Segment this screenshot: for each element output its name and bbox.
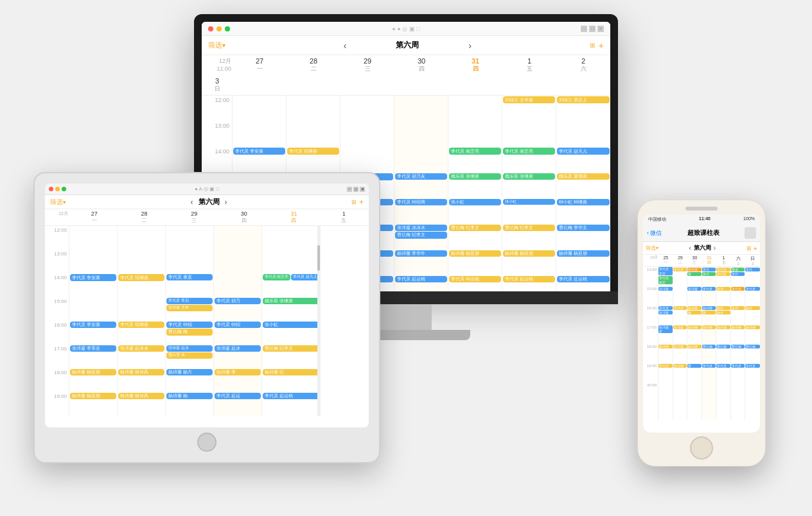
phone: 中国移动 11:40 100% ‹ 微信 超致课柱表 筛选▾ ‹ 第六周 ›: [637, 200, 766, 467]
tablet-screen: ● A ◎ ▣ □ － □ ✕ 筛选 ▾ ‹ 第六周 › ⊞: [45, 184, 369, 427]
tablet: ● A ◎ ▣ □ － □ ✕ 筛选 ▾ ‹ 第六周 › ⊞: [33, 172, 380, 463]
phone-app-title: 超致课柱表: [662, 228, 745, 237]
desktop-cal-header: 筛选 ▾ ‹ 第六周 › ⊞ +: [202, 36, 610, 55]
phone-time: 11:40: [699, 216, 710, 223]
week-title: 第六周: [351, 40, 465, 51]
phone-screen: 中国移动 11:40 100% ‹ 微信 超致课柱表 筛选▾ ‹ 第六周 ›: [643, 214, 760, 433]
tablet-home-button[interactable]: [197, 433, 216, 452]
next-week-btn[interactable]: ›: [464, 40, 475, 51]
desktop-weekdays: 12月 11:00 27一 28二 29三 30四 31四 1五 2六 3日: [202, 55, 610, 96]
scene: ● ● ◎ ▣ □ － □ ✕ 筛选 ▾ ‹ 第六周 › ⊞: [21, 14, 791, 502]
filter-label[interactable]: 筛选: [208, 40, 222, 50]
phone-battery: 100%: [743, 216, 755, 223]
prev-week-btn[interactable]: ‹: [340, 40, 351, 51]
phone-carrier: 中国移动: [648, 216, 666, 223]
phone-home-button[interactable]: [690, 436, 713, 460]
